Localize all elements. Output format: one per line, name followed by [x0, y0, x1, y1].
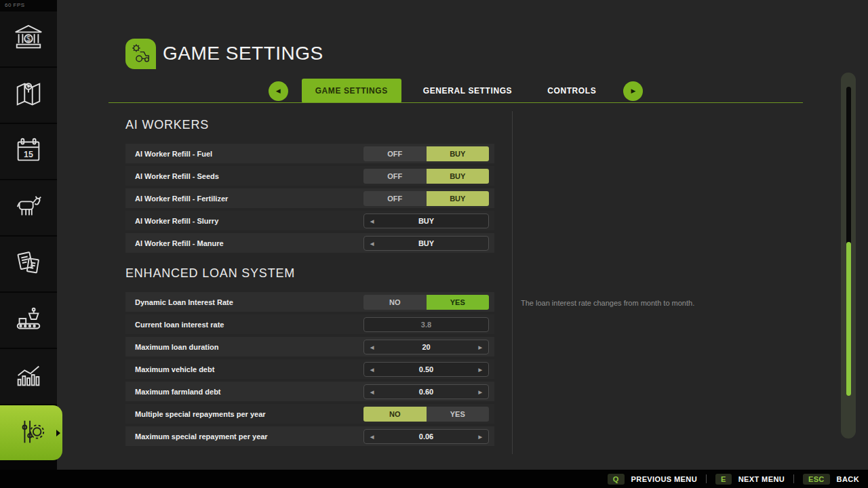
settings-row: AI Worker Refill - SeedsOFFBUY: [125, 166, 494, 186]
stepper-value: BUY: [418, 239, 434, 247]
stepper-control: ◀BUY: [363, 214, 489, 228]
chevron-left-icon: ◀: [276, 87, 281, 94]
chevron-right-icon: ▶: [631, 87, 635, 94]
toggle-control: OFFBUY: [363, 169, 489, 184]
toggle-option-no[interactable]: NO: [363, 407, 427, 422]
hint-label: NEXT MENU: [738, 475, 785, 483]
toggle-option-buy[interactable]: BUY: [427, 146, 490, 161]
stepper-control: ◀BUY: [363, 236, 489, 251]
stepper-decrease-icon[interactable]: ◀: [370, 434, 374, 439]
statistics-icon: [13, 360, 44, 394]
stepper-control: ◀0.50▶: [363, 362, 489, 377]
stepper-increase-icon[interactable]: ▶: [479, 434, 482, 439]
footer-hint-next-menu[interactable]: ENEXT MENU: [715, 474, 785, 485]
settings-row: Maximum vehicle debt◀0.50▶: [125, 359, 494, 379]
page-icon-badge: [125, 39, 156, 69]
hint-label: BACK: [837, 475, 859, 483]
key-badge: ESC: [803, 474, 830, 485]
toggle-option-off[interactable]: OFF: [363, 169, 427, 184]
sidebar-item-settings[interactable]: [0, 405, 62, 460]
footer-hint-back[interactable]: ESCBACK: [803, 474, 859, 485]
tab-game-settings[interactable]: GAME SETTINGS: [302, 79, 401, 103]
section-title: ENHANCED LOAN SYSTEM: [125, 266, 494, 281]
setting-label: Maximum vehicle debt: [135, 365, 214, 373]
settings-row: Maximum loan duration◀20▶: [125, 337, 494, 357]
calendar-icon: 15: [13, 135, 44, 169]
settings-section: ENHANCED LOAN SYSTEMDynamic Loan Interes…: [125, 266, 494, 446]
toggle-option-off[interactable]: OFF: [363, 191, 427, 206]
tab-controls[interactable]: CONTROLS: [534, 79, 610, 103]
toggle-option-buy[interactable]: BUY: [427, 169, 490, 184]
svg-text:$: $: [26, 34, 31, 42]
stepper-decrease-icon[interactable]: ◀: [370, 367, 374, 371]
game-settings-screen: 60 FPS $ 15: [0, 0, 868, 488]
stepper-value: 0.06: [419, 432, 433, 441]
settings-row: AI Worker Refill - FertilizerOFFBUY: [125, 188, 494, 208]
settings-row: Multiple special repayments per yearNOYE…: [125, 404, 494, 424]
readonly-value: 3.8: [363, 317, 489, 332]
tabs-prev-button[interactable]: ◀: [269, 81, 288, 101]
settings-row: Maximum special repayment per year◀0.06▶: [125, 426, 494, 446]
hint-divider: [793, 474, 794, 483]
stepper-control: ◀0.60▶: [363, 384, 489, 399]
sidebar-item-map[interactable]: [0, 68, 57, 123]
setting-label: Current loan interest rate: [135, 321, 224, 329]
setting-label: Maximum farmland debt: [135, 388, 221, 396]
toggle-option-yes[interactable]: YES: [427, 407, 490, 422]
settings-icon: [16, 416, 47, 450]
stepper-decrease-icon[interactable]: ◀: [370, 344, 374, 349]
stepper-increase-icon[interactable]: ▶: [479, 344, 482, 349]
settings-row: AI Worker Refill - FuelOFFBUY: [125, 144, 494, 163]
tabs: GAME SETTINGSGENERAL SETTINGSCONTROLS: [298, 79, 614, 103]
scrollbar[interactable]: [841, 73, 856, 439]
key-badge: E: [715, 474, 732, 485]
tab-general-settings[interactable]: GENERAL SETTINGS: [410, 79, 526, 103]
settings-row: AI Worker Refill - Manure◀BUY: [125, 233, 494, 253]
toggle-option-off[interactable]: OFF: [363, 146, 427, 161]
setting-label: Dynamic Loan Interest Rate: [135, 298, 233, 306]
toggle-option-no[interactable]: NO: [363, 295, 427, 310]
footer-hint-previous-menu[interactable]: QPREVIOUS MENU: [608, 474, 697, 485]
section-title: AI WORKERS: [125, 118, 494, 132]
sidebar-item-finances[interactable]: $: [0, 12, 57, 66]
stepper-control: ◀20▶: [363, 340, 489, 354]
scrollbar-thumb[interactable]: [846, 242, 851, 396]
sidebar-item-contracts[interactable]: [0, 237, 57, 291]
tabs-next-button[interactable]: ▶: [623, 81, 643, 101]
stepper-increase-icon[interactable]: ▶: [479, 367, 482, 371]
sidebar-item-production[interactable]: [0, 293, 57, 348]
toggle-control: NOYES: [363, 295, 489, 310]
hint-divider: [706, 474, 707, 483]
sidebar-menu: $ 15: [0, 12, 65, 462]
settings-section: AI WORKERSAI Worker Refill - FuelOFFBUYA…: [125, 118, 494, 253]
toggle-control: OFFBUY: [363, 146, 489, 161]
stepper-value: BUY: [418, 217, 434, 225]
sidebar-item-calendar[interactable]: 15: [0, 124, 57, 179]
map-icon: [13, 79, 44, 113]
stepper-decrease-icon[interactable]: ◀: [370, 218, 374, 223]
toggle-option-buy[interactable]: BUY: [427, 191, 490, 206]
hint-label: PREVIOUS MENU: [631, 475, 698, 483]
page-title: GAME SETTINGS: [163, 43, 323, 64]
sidebar-item-animals[interactable]: [0, 180, 57, 235]
svg-text:15: 15: [24, 149, 33, 159]
setting-label: AI Worker Refill - Fuel: [135, 150, 212, 158]
tab-bar: ◀ GAME SETTINGSGENERAL SETTINGSCONTROLS …: [108, 79, 803, 103]
setting-label: Multiple special repayments per year: [135, 410, 266, 418]
stepper-value: 0.60: [419, 388, 433, 396]
settings-row: AI Worker Refill - Slurry◀BUY: [125, 211, 494, 230]
toggle-option-yes[interactable]: YES: [427, 295, 490, 310]
stepper-decrease-icon[interactable]: ◀: [370, 389, 374, 394]
setting-description: The loan interest rate changes from mont…: [521, 299, 812, 307]
selected-arrow-icon: [56, 430, 60, 436]
settings-row: Dynamic Loan Interest RateNOYES: [125, 292, 494, 312]
setting-label: Maximum loan duration: [135, 343, 218, 351]
toggle-control: OFFBUY: [363, 191, 489, 206]
stepper-increase-icon[interactable]: ▶: [479, 389, 482, 394]
stepper-value: 0.50: [419, 365, 433, 373]
stepper-decrease-icon[interactable]: ◀: [370, 241, 374, 245]
production-icon: [13, 304, 44, 338]
sidebar-item-statistics[interactable]: [0, 349, 57, 404]
cow-icon: [13, 191, 44, 225]
setting-label: AI Worker Refill - Fertilizer: [135, 195, 228, 203]
